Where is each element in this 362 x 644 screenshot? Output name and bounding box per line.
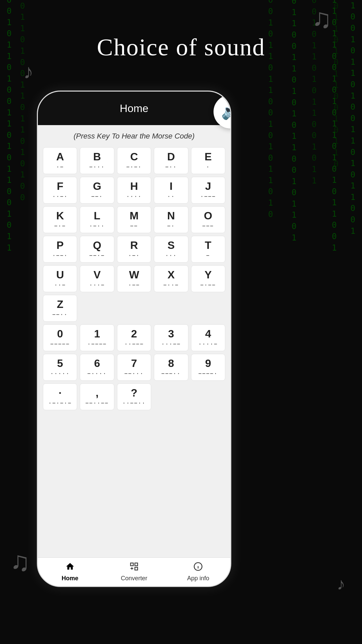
key-5[interactable]: 5·····	[43, 354, 77, 381]
key-letter: 7	[131, 358, 137, 369]
key-letter: 5	[57, 358, 63, 369]
key-X[interactable]: X−··−	[154, 265, 188, 292]
key-morse: ·−−	[128, 282, 140, 288]
key-7[interactable]: 7−−···	[117, 354, 151, 381]
key-M[interactable]: M−−	[117, 206, 151, 233]
key-T[interactable]: T−	[191, 236, 225, 263]
key-6[interactable]: 6−····	[80, 354, 114, 381]
key-4[interactable]: 4····−	[191, 324, 225, 351]
key-morse: ·−·−·−	[48, 400, 72, 406]
key-I[interactable]: I··	[154, 177, 188, 204]
key-V[interactable]: V···−	[80, 265, 114, 292]
key-letter: S	[168, 240, 175, 251]
music-note-4: ♪	[337, 574, 345, 594]
key-letter: W	[129, 269, 139, 280]
home-icon	[65, 562, 75, 574]
key-letter: M	[130, 210, 139, 221]
music-note-3: ♫	[10, 546, 30, 577]
key-morse: −−·−	[89, 252, 105, 259]
key-morse: ···	[165, 252, 177, 259]
key-K[interactable]: K−·−	[43, 206, 77, 233]
key-morse: ··	[167, 193, 175, 200]
key-9[interactable]: 9−−−−·	[191, 354, 225, 381]
key-letter: U	[56, 269, 64, 280]
key-E[interactable]: E·	[191, 147, 225, 174]
key-Y[interactable]: Y−·−−	[191, 265, 225, 292]
key-2[interactable]: 2··−−−	[117, 324, 151, 351]
key-morse: −−−··	[161, 370, 181, 377]
key-S[interactable]: S···	[154, 236, 188, 263]
key-morse: −−−−−	[50, 341, 70, 347]
music-note-1: ♪	[23, 60, 34, 84]
key-F[interactable]: F··−·	[43, 177, 77, 204]
key-morse: ·−−−−	[87, 341, 107, 347]
key-0[interactable]: 0−−−−−	[43, 324, 77, 351]
key-letter: 2	[131, 328, 137, 339]
key-N[interactable]: N−·	[154, 206, 188, 233]
key-letter: L	[94, 210, 101, 221]
letter-keys-row6: Z−−··	[43, 295, 225, 322]
key-W[interactable]: W·−−	[117, 265, 151, 292]
key-morse: ····	[126, 193, 142, 200]
key-letter: B	[93, 151, 101, 162]
key-Z[interactable]: Z−−··	[43, 295, 77, 322]
nav-item-home[interactable]: Home	[38, 558, 102, 586]
key-letter: I	[170, 181, 173, 192]
key-morse: −−···	[124, 370, 144, 377]
key-Q[interactable]: Q−−·−	[80, 236, 114, 263]
key-P[interactable]: P·−−·	[43, 236, 77, 263]
key-morse: ·−−·	[52, 252, 68, 259]
letter-keys-row2: F··−·G−−·H····I··J·−−−	[43, 177, 225, 204]
key-J[interactable]: J·−−−	[191, 177, 225, 204]
nav-label-home: Home	[62, 575, 78, 582]
key-morse: −·−	[54, 223, 66, 229]
key-R[interactable]: R·−·	[117, 236, 151, 263]
page-title: Choice of sound	[0, 34, 362, 61]
key-H[interactable]: H····	[117, 177, 151, 204]
nav-item-appinfo[interactable]: App info	[166, 558, 230, 586]
key-,[interactable]: ,−−··−−	[80, 383, 114, 410]
key-morse: ·	[206, 164, 210, 170]
key-D[interactable]: D−··	[154, 147, 188, 174]
number-keys-row1: 0−−−−−1·−−−−2··−−−3···−−4····−	[43, 324, 225, 351]
key-letter: 6	[94, 358, 100, 369]
key-3[interactable]: 3···−−	[154, 324, 188, 351]
key-letter: D	[167, 151, 175, 162]
key-letter: H	[130, 181, 138, 192]
key-letter: ·	[59, 387, 62, 398]
letter-keys-row4: P·−−·Q−−·−R·−·S···T−	[43, 236, 225, 263]
svg-rect-1	[135, 563, 137, 566]
key-U[interactable]: U··−	[43, 265, 77, 292]
key-morse: −−−	[202, 223, 214, 229]
key-?[interactable]: ?··−−··	[117, 383, 151, 410]
key-O[interactable]: O−−−	[191, 206, 225, 233]
special-keys-row: ··−·−·−,−−··−−?··−−··	[43, 383, 225, 410]
key-morse: −·−−	[200, 282, 216, 288]
key-morse: −	[206, 252, 210, 259]
key-morse: −−··−−	[85, 400, 109, 406]
key-C[interactable]: C−·−·	[117, 147, 151, 174]
key-morse: −−··	[52, 311, 68, 318]
nav-item-converter[interactable]: Converter	[102, 558, 166, 586]
key-B[interactable]: B−···	[80, 147, 114, 174]
key-G[interactable]: G−−·	[80, 177, 114, 204]
key-morse: −···	[89, 164, 105, 170]
key-8[interactable]: 8−−−··	[154, 354, 188, 381]
key-letter: 8	[168, 358, 174, 369]
key-A[interactable]: A·−	[43, 147, 77, 174]
nav-label-appinfo: App info	[187, 575, 209, 582]
key-morse: ·−	[56, 164, 64, 170]
key-letter: 4	[205, 328, 211, 339]
volume-button[interactable]: 🔊	[214, 95, 231, 128]
letter-keys-row5: U··−V···−W·−−X−··−Y−·−−	[43, 265, 225, 292]
converter-icon	[129, 562, 139, 574]
nav-label-converter: Converter	[121, 575, 147, 582]
key-·[interactable]: ··−·−·−	[43, 383, 77, 410]
key-letter: P	[57, 240, 64, 251]
key-1[interactable]: 1·−−−−	[80, 324, 114, 351]
key-morse: −−·	[91, 193, 103, 200]
key-letter: 1	[94, 328, 100, 339]
key-morse: −····	[87, 370, 107, 377]
key-L[interactable]: L·−··	[80, 206, 114, 233]
key-letter: Z	[57, 299, 63, 310]
